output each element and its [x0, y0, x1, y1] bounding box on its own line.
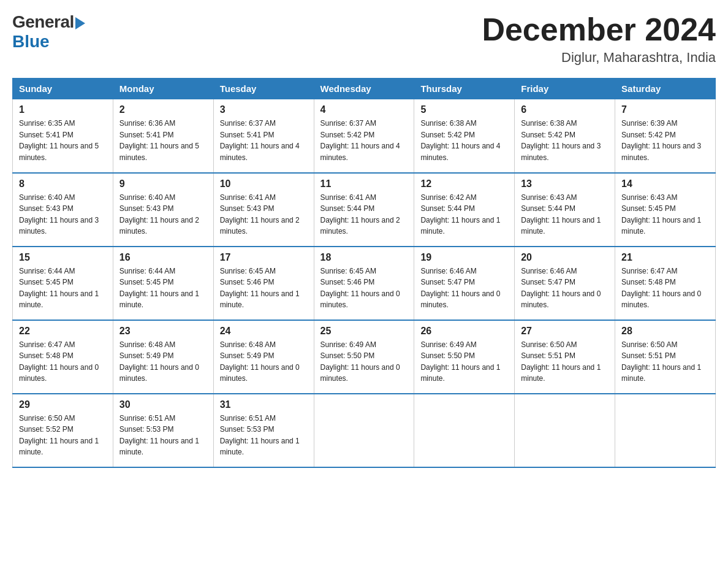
day-info: Sunrise: 6:49 AMSunset: 5:50 PMDaylight:… — [320, 339, 408, 385]
calendar-day-cell: 24Sunrise: 6:48 AMSunset: 5:49 PMDayligh… — [213, 320, 314, 394]
calendar-day-cell: 5Sunrise: 6:38 AMSunset: 5:42 PMDaylight… — [414, 99, 515, 173]
header-tuesday: Tuesday — [213, 79, 314, 99]
calendar-day-cell: 28Sunrise: 6:50 AMSunset: 5:51 PMDayligh… — [615, 320, 716, 394]
day-number: 10 — [220, 178, 308, 190]
calendar-day-cell: 17Sunrise: 6:45 AMSunset: 5:46 PMDayligh… — [213, 247, 314, 320]
calendar-day-cell: 7Sunrise: 6:39 AMSunset: 5:42 PMDaylight… — [615, 99, 716, 173]
day-info: Sunrise: 6:42 AMSunset: 5:44 PMDaylight:… — [420, 192, 508, 237]
calendar-day-cell: 3Sunrise: 6:37 AMSunset: 5:41 PMDaylight… — [213, 99, 314, 173]
day-number: 12 — [420, 178, 508, 190]
day-info: Sunrise: 6:45 AMSunset: 5:46 PMDaylight:… — [320, 266, 408, 311]
calendar-day-cell: 9Sunrise: 6:40 AMSunset: 5:43 PMDaylight… — [113, 173, 213, 247]
calendar-day-cell — [515, 394, 615, 467]
day-number: 1 — [19, 104, 107, 115]
day-number: 19 — [420, 252, 508, 263]
day-number: 30 — [119, 399, 207, 410]
calendar-day-cell: 31Sunrise: 6:51 AMSunset: 5:53 PMDayligh… — [213, 394, 314, 467]
day-info: Sunrise: 6:48 AMSunset: 5:49 PMDaylight:… — [119, 339, 207, 385]
day-number: 20 — [521, 252, 609, 263]
day-info: Sunrise: 6:37 AMSunset: 5:41 PMDaylight:… — [220, 118, 308, 163]
day-info: Sunrise: 6:45 AMSunset: 5:46 PMDaylight:… — [220, 266, 308, 311]
calendar-day-cell: 13Sunrise: 6:43 AMSunset: 5:44 PMDayligh… — [515, 173, 615, 247]
day-number: 3 — [220, 104, 308, 115]
calendar-day-cell: 6Sunrise: 6:38 AMSunset: 5:42 PMDaylight… — [515, 99, 615, 173]
day-number: 26 — [420, 326, 508, 337]
calendar-week-1: 1Sunrise: 6:35 AMSunset: 5:41 PMDaylight… — [13, 99, 716, 173]
day-info: Sunrise: 6:51 AMSunset: 5:53 PMDaylight:… — [220, 413, 308, 458]
calendar-table: SundayMondayTuesdayWednesdayThursdayFrid… — [12, 78, 716, 468]
day-number: 14 — [621, 178, 709, 190]
header-friday: Friday — [515, 79, 615, 99]
header-monday: Monday — [113, 79, 213, 99]
location-text: Diglur, Maharashtra, India — [482, 50, 716, 66]
calendar-day-cell: 27Sunrise: 6:50 AMSunset: 5:51 PMDayligh… — [515, 320, 615, 394]
day-info: Sunrise: 6:41 AMSunset: 5:44 PMDaylight:… — [320, 192, 408, 237]
day-number: 18 — [320, 252, 408, 263]
calendar-day-cell — [314, 394, 414, 467]
day-number: 23 — [119, 326, 207, 337]
day-number: 16 — [119, 252, 207, 263]
day-info: Sunrise: 6:49 AMSunset: 5:50 PMDaylight:… — [420, 339, 508, 385]
day-number: 28 — [621, 326, 709, 337]
day-info: Sunrise: 6:37 AMSunset: 5:42 PMDaylight:… — [320, 118, 408, 163]
calendar-day-cell: 19Sunrise: 6:46 AMSunset: 5:47 PMDayligh… — [414, 247, 515, 320]
day-number: 29 — [19, 399, 107, 410]
day-info: Sunrise: 6:44 AMSunset: 5:45 PMDaylight:… — [119, 266, 207, 311]
day-number: 21 — [621, 252, 709, 263]
day-info: Sunrise: 6:50 AMSunset: 5:52 PMDaylight:… — [19, 413, 107, 458]
logo: General Blue — [12, 12, 85, 52]
calendar-day-cell: 25Sunrise: 6:49 AMSunset: 5:50 PMDayligh… — [314, 320, 414, 394]
day-number: 7 — [621, 104, 709, 115]
calendar-day-cell: 12Sunrise: 6:42 AMSunset: 5:44 PMDayligh… — [414, 173, 515, 247]
title-block: December 2024 Diglur, Maharashtra, India — [482, 12, 716, 66]
day-number: 17 — [220, 252, 308, 263]
calendar-day-cell: 29Sunrise: 6:50 AMSunset: 5:52 PMDayligh… — [13, 394, 113, 467]
calendar-day-cell: 10Sunrise: 6:41 AMSunset: 5:43 PMDayligh… — [213, 173, 314, 247]
day-info: Sunrise: 6:46 AMSunset: 5:47 PMDaylight:… — [521, 266, 609, 311]
day-number: 15 — [19, 252, 107, 263]
day-number: 6 — [521, 104, 609, 115]
calendar-day-cell — [615, 394, 716, 467]
day-number: 8 — [19, 178, 107, 190]
day-info: Sunrise: 6:47 AMSunset: 5:48 PMDaylight:… — [621, 266, 709, 311]
calendar-day-cell: 11Sunrise: 6:41 AMSunset: 5:44 PMDayligh… — [314, 173, 414, 247]
day-info: Sunrise: 6:44 AMSunset: 5:45 PMDaylight:… — [19, 266, 107, 311]
day-info: Sunrise: 6:43 AMSunset: 5:44 PMDaylight:… — [521, 192, 609, 237]
day-info: Sunrise: 6:51 AMSunset: 5:53 PMDaylight:… — [119, 413, 207, 458]
header-sunday: Sunday — [13, 79, 113, 99]
calendar-day-cell: 21Sunrise: 6:47 AMSunset: 5:48 PMDayligh… — [615, 247, 716, 320]
logo-blue-text: Blue — [12, 32, 50, 52]
day-info: Sunrise: 6:36 AMSunset: 5:41 PMDaylight:… — [119, 118, 207, 163]
calendar-day-cell: 20Sunrise: 6:46 AMSunset: 5:47 PMDayligh… — [515, 247, 615, 320]
logo-triangle-icon — [75, 17, 85, 29]
header-wednesday: Wednesday — [314, 79, 414, 99]
day-number: 4 — [320, 104, 408, 115]
calendar-day-cell: 16Sunrise: 6:44 AMSunset: 5:45 PMDayligh… — [113, 247, 213, 320]
page-header: General Blue December 2024 Diglur, Mahar… — [12, 12, 716, 66]
day-number: 31 — [220, 399, 308, 410]
day-info: Sunrise: 6:50 AMSunset: 5:51 PMDaylight:… — [521, 339, 609, 385]
day-info: Sunrise: 6:40 AMSunset: 5:43 PMDaylight:… — [19, 192, 107, 237]
calendar-header-row: SundayMondayTuesdayWednesdayThursdayFrid… — [13, 79, 716, 99]
calendar-week-2: 8Sunrise: 6:40 AMSunset: 5:43 PMDaylight… — [13, 173, 716, 247]
calendar-day-cell — [414, 394, 515, 467]
day-info: Sunrise: 6:41 AMSunset: 5:43 PMDaylight:… — [220, 192, 308, 237]
calendar-day-cell: 23Sunrise: 6:48 AMSunset: 5:49 PMDayligh… — [113, 320, 213, 394]
day-info: Sunrise: 6:46 AMSunset: 5:47 PMDaylight:… — [420, 266, 508, 311]
day-info: Sunrise: 6:40 AMSunset: 5:43 PMDaylight:… — [119, 192, 207, 237]
month-title: December 2024 — [482, 12, 716, 47]
day-number: 9 — [119, 178, 207, 190]
day-info: Sunrise: 6:48 AMSunset: 5:49 PMDaylight:… — [220, 339, 308, 385]
calendar-day-cell: 15Sunrise: 6:44 AMSunset: 5:45 PMDayligh… — [13, 247, 113, 320]
header-saturday: Saturday — [615, 79, 716, 99]
day-number: 13 — [521, 178, 609, 190]
calendar-day-cell: 22Sunrise: 6:47 AMSunset: 5:48 PMDayligh… — [13, 320, 113, 394]
day-number: 11 — [320, 178, 408, 190]
day-info: Sunrise: 6:43 AMSunset: 5:45 PMDaylight:… — [621, 192, 709, 237]
calendar-week-3: 15Sunrise: 6:44 AMSunset: 5:45 PMDayligh… — [13, 247, 716, 320]
calendar-day-cell: 8Sunrise: 6:40 AMSunset: 5:43 PMDaylight… — [13, 173, 113, 247]
day-info: Sunrise: 6:38 AMSunset: 5:42 PMDaylight:… — [420, 118, 508, 163]
calendar-day-cell: 2Sunrise: 6:36 AMSunset: 5:41 PMDaylight… — [113, 99, 213, 173]
day-info: Sunrise: 6:39 AMSunset: 5:42 PMDaylight:… — [621, 118, 709, 163]
day-number: 27 — [521, 326, 609, 337]
